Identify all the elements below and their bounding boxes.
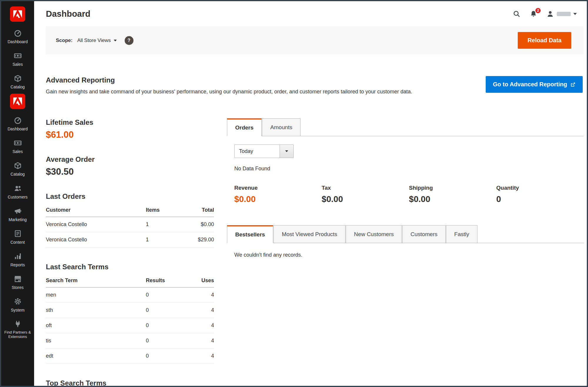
go-to-advanced-reporting-button[interactable]: Go to Advanced Reporting bbox=[486, 76, 583, 93]
sidebar-item-system[interactable]: System bbox=[1, 294, 34, 316]
user-menu[interactable] bbox=[546, 10, 577, 18]
sidebar: Dashboard Sales Catalog Dashboard Sales bbox=[1, 1, 34, 386]
sidebar-item-dashboard-top[interactable]: Dashboard bbox=[1, 25, 34, 48]
stat-quantity: Quantity 0 bbox=[496, 185, 584, 204]
sidebar-item-catalog[interactable]: Catalog bbox=[1, 158, 34, 180]
sidebar-item-stores[interactable]: Stores bbox=[1, 271, 34, 294]
plug-icon bbox=[14, 320, 22, 328]
sidebar-item-label: Sales bbox=[12, 62, 23, 67]
table-row[interactable]: Veronica Costello 1 $29.00 bbox=[46, 232, 214, 248]
last-search-terms-block: Last Search Terms Search Term Results Us… bbox=[46, 263, 214, 364]
table-header-row: Customer Items Total bbox=[46, 204, 214, 217]
scope-bar: Scope: All Store Views ? Reload Data bbox=[46, 26, 584, 54]
stat-label: Revenue bbox=[234, 185, 322, 191]
username-redacted bbox=[557, 12, 571, 16]
last-search-terms-title: Last Search Terms bbox=[46, 263, 214, 271]
advanced-reporting-text: Advanced Reporting Gain new insights and… bbox=[46, 76, 412, 95]
magento-admin-window: Dashboard Sales Catalog Dashboard Sales bbox=[0, 0, 588, 387]
search-uses: 4 bbox=[186, 333, 214, 349]
magento-logo[interactable] bbox=[10, 6, 25, 22]
tab-bestsellers[interactable]: Bestsellers bbox=[227, 225, 273, 243]
sidebar-item-label: Catalog bbox=[11, 172, 25, 176]
sidebar-item-content[interactable]: Content bbox=[1, 226, 34, 248]
sidebar-item-label: Find Partners & Extensions bbox=[2, 330, 33, 339]
tab-amounts[interactable]: Amounts bbox=[262, 118, 300, 136]
dashboard-main: Lifetime Sales $61.00 Average Order $30.… bbox=[46, 118, 584, 386]
stat-label: Tax bbox=[322, 185, 409, 191]
last-orders-table: Customer Items Total Veronica Costello 1… bbox=[46, 204, 214, 248]
order-customer: Veronica Costello bbox=[46, 217, 146, 232]
column-header: Total bbox=[186, 204, 214, 217]
column-header: Search Term bbox=[46, 275, 146, 287]
reload-data-button[interactable]: Reload Data bbox=[518, 32, 571, 49]
dashboard-right-column: Orders Amounts Today No Data Found Reven… bbox=[227, 118, 584, 258]
grid-tabs: Bestsellers Most Viewed Products New Cus… bbox=[227, 225, 584, 243]
sidebar-item-reports[interactable]: Reports bbox=[1, 248, 34, 271]
notification-badge: 2 bbox=[535, 7, 541, 14]
sidebar-item-customers[interactable]: Customers bbox=[1, 181, 34, 203]
column-header: Customer bbox=[46, 204, 146, 217]
tab-customers[interactable]: Customers bbox=[402, 225, 446, 243]
search-button[interactable] bbox=[513, 10, 521, 18]
tab-new-customers[interactable]: New Customers bbox=[346, 225, 402, 243]
search-results: 0 bbox=[146, 318, 186, 333]
lifetime-sales-metric: Lifetime Sales $61.00 bbox=[46, 118, 214, 140]
store-view-select[interactable]: All Store Views bbox=[77, 38, 117, 43]
period-select-button[interactable] bbox=[280, 145, 293, 158]
scope-label: Scope: bbox=[56, 38, 73, 43]
last-search-terms-table: Search Term Results Uses men 0 4 bbox=[46, 275, 214, 364]
search-uses: 4 bbox=[186, 349, 214, 364]
adobe-logo-icon bbox=[13, 10, 22, 18]
sidebar-item-label: Catalog bbox=[11, 85, 25, 89]
period-select[interactable]: Today bbox=[234, 144, 294, 158]
search-term: tis bbox=[46, 333, 146, 349]
sidebar-item-sales-top[interactable]: Sales bbox=[1, 48, 34, 70]
sidebar-item-label: Marketing bbox=[9, 217, 26, 222]
search-term: sth bbox=[46, 303, 146, 318]
stat-tax: Tax $0.00 bbox=[322, 185, 409, 204]
help-icon[interactable]: ? bbox=[125, 36, 133, 45]
stat-value: $0.00 bbox=[234, 194, 322, 204]
page-header: Dashboard 2 bbox=[34, 1, 587, 26]
gear-icon bbox=[14, 297, 22, 306]
top-search-terms-block: Top Search Terms We couldn't find any re… bbox=[46, 379, 214, 387]
page-title: Dashboard bbox=[46, 9, 90, 19]
table-row[interactable]: tis 0 4 bbox=[46, 333, 214, 349]
money-icon bbox=[14, 139, 22, 147]
tab-most-viewed-products[interactable]: Most Viewed Products bbox=[273, 225, 345, 243]
search-icon bbox=[513, 10, 521, 18]
sidebar-item-sales[interactable]: Sales bbox=[1, 135, 34, 158]
table-row[interactable]: Veronica Costello 1 $0.00 bbox=[46, 217, 214, 232]
tab-orders[interactable]: Orders bbox=[227, 118, 262, 136]
sidebar-item-dashboard[interactable]: Dashboard bbox=[1, 112, 34, 135]
search-results: 0 bbox=[146, 287, 186, 303]
totals-row: Revenue $0.00 Tax $0.00 Shipping $0.00 bbox=[234, 185, 584, 204]
sidebar-item-marketing[interactable]: Marketing bbox=[1, 203, 34, 226]
chevron-down-icon bbox=[573, 13, 577, 15]
period-select-value: Today bbox=[235, 145, 280, 158]
sidebar-item-catalog-top[interactable]: Catalog bbox=[1, 70, 34, 93]
tab-fastly[interactable]: Fastly bbox=[446, 225, 477, 243]
sidebar-item-find-partners[interactable]: Find Partners & Extensions bbox=[1, 316, 34, 343]
last-orders-block: Last Orders Customer Items Total bbox=[46, 192, 214, 248]
column-header: Uses bbox=[186, 275, 214, 287]
stat-label: Quantity bbox=[496, 185, 584, 191]
sidebar-item-label: Sales bbox=[12, 149, 23, 154]
table-row[interactable]: sth 0 4 bbox=[46, 303, 214, 318]
top-search-terms-title: Top Search Terms bbox=[46, 379, 214, 387]
table-row[interactable]: edt 0 4 bbox=[46, 349, 214, 364]
notifications-button[interactable]: 2 bbox=[529, 10, 537, 18]
gauge-icon bbox=[14, 29, 22, 37]
search-uses: 4 bbox=[186, 303, 214, 318]
search-term: oft bbox=[46, 318, 146, 333]
no-data-message: No Data Found bbox=[234, 166, 584, 172]
table-row[interactable]: oft 0 4 bbox=[46, 318, 214, 333]
table-row[interactable]: men 0 4 bbox=[46, 287, 214, 303]
sidebar-item-label: Stores bbox=[12, 285, 24, 290]
column-header: Items bbox=[146, 204, 186, 217]
search-results: 0 bbox=[146, 303, 186, 318]
magento-logo-secondary[interactable] bbox=[10, 94, 25, 109]
average-order-value: $30.50 bbox=[46, 166, 214, 177]
advanced-reporting-description: Gain new insights and take command of yo… bbox=[46, 89, 412, 95]
document-icon bbox=[14, 229, 22, 238]
